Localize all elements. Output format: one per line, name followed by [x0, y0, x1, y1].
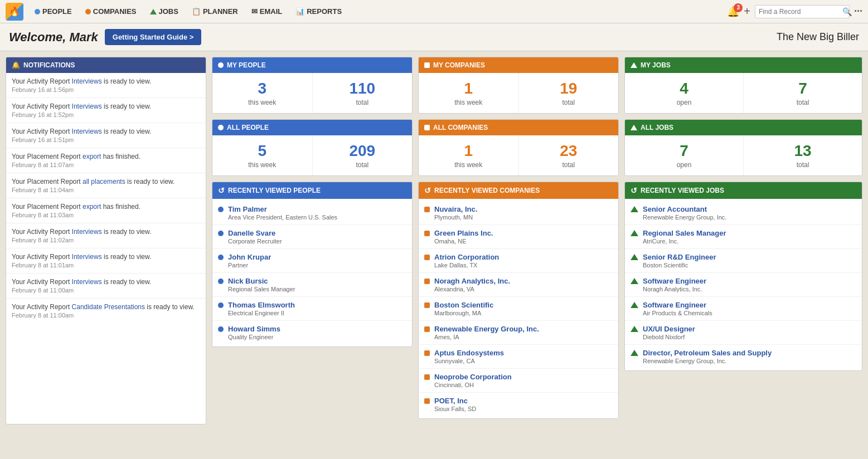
recently-companies-list: Nuvaira, Inc. Plymouth, MN Green Plains …: [419, 199, 618, 418]
job-name: Software Engineer: [643, 277, 706, 285]
list-item[interactable]: Noragh Analytics, Inc. Alexandria, VA: [419, 273, 618, 297]
my-companies-week-cell[interactable]: 1 this week: [419, 73, 519, 113]
getting-started-button[interactable]: Getting Started Guide >: [105, 29, 202, 45]
notification-link[interactable]: Interviews: [72, 278, 102, 286]
person-sub: Area Vice President, Eastern U.S. Sales: [228, 214, 337, 221]
list-item[interactable]: Boston Scientific Marlborough, MA: [419, 297, 618, 321]
list-item[interactable]: POET, Inc Sioux Falls, SD: [419, 393, 618, 416]
all-jobs-total-value: 13: [748, 142, 857, 160]
nav-jobs[interactable]: JOBS: [144, 5, 184, 18]
jobs-triangle-icon: [150, 9, 157, 14]
my-jobs-open-cell[interactable]: 4 open: [625, 73, 744, 113]
all-people-total-cell[interactable]: 209 total: [313, 135, 413, 175]
more-options-button[interactable]: ···: [854, 6, 862, 17]
list-item[interactable]: Nick Bursic Regional Sales Manager: [212, 273, 412, 297]
notification-text: Your Activity Report Interviews is ready…: [12, 102, 151, 110]
main-content: MY PEOPLE 3 this week 110 total ALL PEOP…: [0, 51, 868, 430]
notification-text: Your Activity Report Interviews is ready…: [12, 253, 151, 261]
notification-link[interactable]: Interviews: [72, 128, 102, 135]
all-people-week-cell[interactable]: 5 this week: [212, 135, 313, 175]
notification-item: Your Activity Report Interviews is ready…: [6, 98, 206, 123]
list-item[interactable]: John Krupar Partner: [212, 249, 412, 273]
all-jobs-open-cell[interactable]: 7 open: [625, 135, 744, 175]
job-name: Software Engineer: [643, 301, 712, 309]
top-navigation: 🔥 PEOPLE COMPANIES JOBS 📋 PLANNER ✉ EMAI…: [0, 0, 868, 23]
notification-link[interactable]: export: [83, 203, 101, 211]
my-people-title: MY PEOPLE: [227, 61, 266, 69]
company-name: Noragh Analytics, Inc.: [434, 277, 510, 285]
list-item[interactable]: UX/UI Designer Diebold Nixdorf: [625, 321, 862, 345]
my-jobs-open-value: 4: [629, 80, 739, 97]
list-item[interactable]: Green Plains Inc. Omaha, NE: [419, 225, 618, 249]
my-companies-total-cell[interactable]: 19 total: [519, 73, 619, 113]
all-people-header: ALL PEOPLE: [212, 120, 412, 135]
list-item[interactable]: Neoprobe Corporation Cincinnati, OH: [419, 369, 618, 393]
my-companies-week-label: this week: [423, 99, 514, 106]
person-name: Nick Bursic: [228, 277, 295, 285]
my-jobs-widget: MY JOBS 4 open 7 total: [624, 57, 862, 114]
list-item[interactable]: Regional Sales Manager AtriCure, Inc.: [625, 225, 862, 249]
list-item[interactable]: Senior Accountant Renewable Energy Group…: [625, 201, 862, 225]
list-item[interactable]: Tim Palmer Area Vice President, Eastern …: [212, 201, 412, 225]
person-sub: Quality Engineer: [228, 334, 280, 340]
notification-item: Your Activity Report Interviews is ready…: [6, 248, 206, 274]
notifications-bell[interactable]: 🔔 3: [727, 6, 739, 18]
job-name: Senior R&D Engineer: [643, 253, 716, 261]
list-item[interactable]: Atrion Corporation Lake Dallas, TX: [419, 249, 618, 273]
companies-dot-icon: [85, 9, 91, 14]
notification-link[interactable]: all placements: [83, 178, 125, 185]
list-item[interactable]: Nuvaira, Inc. Plymouth, MN: [419, 201, 618, 225]
all-companies-week-cell[interactable]: 1 this week: [419, 135, 519, 175]
my-jobs-total-cell[interactable]: 7 total: [744, 73, 862, 113]
nav-reports[interactable]: 📊 REPORTS: [290, 5, 347, 18]
list-item[interactable]: Thomas Elmsworth Electrical Engineer II: [212, 297, 412, 321]
nav-email[interactable]: ✉ EMAIL: [246, 5, 288, 18]
company-name: Nuvaira, Inc.: [434, 205, 477, 213]
list-item[interactable]: Howard Simms Quality Engineer: [212, 321, 412, 344]
notifications-bell-icon: 🔔: [12, 61, 20, 69]
nav-people[interactable]: PEOPLE: [29, 5, 77, 18]
company-sub: Cincinnati, OH: [434, 382, 512, 388]
list-item[interactable]: Senior R&D Engineer Boston Scientific: [625, 249, 862, 273]
all-jobs-total-cell[interactable]: 13 total: [744, 135, 862, 175]
notification-link[interactable]: Interviews: [72, 253, 102, 261]
all-companies-total-cell[interactable]: 23 total: [519, 135, 619, 175]
list-item[interactable]: Renewable Energy Group, Inc. Ames, IA: [419, 321, 618, 345]
all-jobs-open-label: open: [629, 161, 739, 169]
company-square-icon: [424, 302, 430, 308]
notification-text: Your Activity Report Interviews is ready…: [12, 228, 151, 236]
my-jobs-total-value: 7: [748, 80, 857, 97]
list-item[interactable]: Software Engineer Air Products & Chemica…: [625, 297, 862, 321]
search-input[interactable]: [759, 8, 842, 16]
all-companies-icon: [424, 125, 430, 130]
nav-planner[interactable]: 📋 PLANNER: [186, 5, 244, 18]
my-people-week-cell[interactable]: 3 this week: [212, 73, 313, 113]
notification-item: Your Activity Report Interviews is ready…: [6, 274, 206, 299]
job-name: UX/UI Designer: [643, 325, 695, 333]
list-item[interactable]: Software Engineer Noragh Analytics, Inc.: [625, 273, 862, 297]
page-header: Welcome, Mark Getting Started Guide > Th…: [0, 23, 868, 51]
notification-link[interactable]: Candidate Presentations: [72, 303, 145, 311]
notification-text: Your Activity Report Interviews is ready…: [12, 278, 151, 286]
people-column: MY PEOPLE 3 this week 110 total ALL PEOP…: [212, 57, 413, 419]
notification-link[interactable]: export: [83, 153, 101, 160]
company-name: POET, Inc: [434, 397, 476, 405]
list-item[interactable]: Aptus Endosystems Sunnyvale, CA: [419, 345, 618, 369]
notification-link[interactable]: Interviews: [72, 102, 102, 110]
app-logo[interactable]: 🔥: [6, 3, 23, 21]
person-dot-icon: [218, 207, 224, 212]
notification-item: Your Activity Report Candidate Presentat…: [6, 299, 206, 323]
nav-companies[interactable]: COMPANIES: [80, 5, 142, 18]
list-item[interactable]: Director, Petroleum Sales and Supply Ren…: [625, 345, 862, 368]
my-people-total-cell[interactable]: 110 total: [313, 73, 413, 113]
all-jobs-title: ALL JOBS: [641, 124, 673, 131]
person-sub: Regional Sales Manager: [228, 286, 295, 292]
company-name: Neoprobe Corporation: [434, 373, 512, 381]
find-record-search[interactable]: 🔍: [755, 5, 850, 18]
my-jobs-open-label: open: [629, 99, 739, 106]
person-dot-icon: [218, 326, 224, 332]
add-button[interactable]: +: [744, 5, 750, 18]
notification-link[interactable]: Interviews: [72, 228, 102, 236]
list-item[interactable]: Danelle Svare Corporate Recruiter: [212, 225, 412, 249]
notification-link[interactable]: Interviews: [72, 77, 102, 85]
